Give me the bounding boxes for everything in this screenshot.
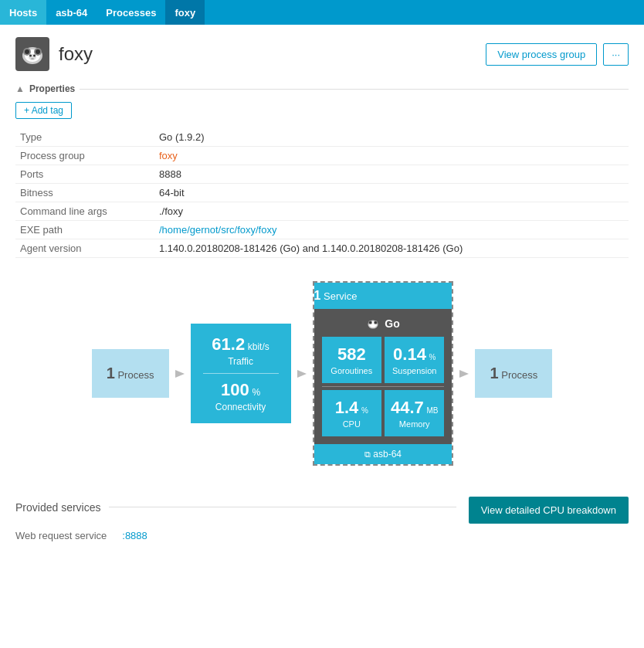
service-count: 1 bbox=[314, 289, 321, 302]
connectivity-value-row: 100 % bbox=[203, 380, 279, 400]
svg-point-9 bbox=[31, 58, 34, 59]
page-header: foxy View process group ··· bbox=[15, 37, 629, 71]
metrics-horizontal-divider bbox=[322, 386, 445, 387]
add-tag-button[interactable]: + Add tag bbox=[15, 102, 72, 119]
suspension-label: Suspension bbox=[391, 366, 438, 375]
svg-marker-11 bbox=[297, 370, 307, 378]
svg-marker-18 bbox=[459, 370, 469, 378]
left-arrow-2 bbox=[291, 363, 313, 385]
table-row: Process groupfoxy bbox=[15, 147, 629, 165]
prop-value: Go (1.9.2) bbox=[154, 128, 629, 147]
suspension-unit: % bbox=[429, 353, 436, 361]
prop-value: 8888 bbox=[154, 165, 629, 184]
service-row-value: :8888 bbox=[122, 530, 147, 541]
left-process-box: 1 Process bbox=[92, 349, 169, 398]
service-header: 1 Service bbox=[314, 283, 452, 309]
breadcrumb-foxy[interactable]: foxy bbox=[165, 0, 205, 25]
connectivity-value: 100 bbox=[221, 380, 249, 399]
cpu-breakdown-button[interactable]: View detailed CPU breakdown bbox=[469, 497, 629, 524]
host-link-icon: ⧉ bbox=[364, 450, 371, 459]
prop-value: 1.140.0.20180208-181426 (Go) and 1.140.0… bbox=[154, 239, 629, 258]
provided-services-header: Provided services bbox=[15, 501, 456, 514]
svg-point-8 bbox=[33, 55, 36, 57]
table-row: Command line args./foxy bbox=[15, 202, 629, 221]
section-header: ▲ Properties bbox=[15, 83, 629, 94]
table-row: Bitness64-bit bbox=[15, 184, 629, 202]
connectivity-unit: % bbox=[252, 387, 260, 398]
prop-label: EXE path bbox=[15, 221, 154, 239]
flow-diagram: 1 Process 61.2 kbit/s Traffic 100 % Conn… bbox=[15, 273, 629, 473]
memory-metric: 44.7 MB Memory bbox=[385, 390, 444, 436]
service-label: Service bbox=[324, 290, 357, 302]
prop-value: 64-bit bbox=[154, 184, 629, 202]
svg-point-16 bbox=[369, 321, 371, 324]
provided-services-divider bbox=[109, 507, 456, 507]
raccoon-icon bbox=[19, 40, 46, 68]
suspension-value-row: 0.14 % bbox=[391, 344, 438, 365]
cpu-metric: 1.4 % CPU bbox=[322, 390, 381, 436]
connectivity-label: Connectivity bbox=[203, 402, 279, 412]
go-label: Go bbox=[385, 317, 399, 330]
goroutines-metric: 582 Goroutines bbox=[322, 337, 381, 383]
process-icon bbox=[15, 37, 49, 71]
go-raccoon-icon bbox=[366, 317, 380, 331]
table-row: Agent version1.140.0.20180208-181426 (Go… bbox=[15, 239, 629, 258]
goroutines-label: Goroutines bbox=[328, 366, 375, 375]
prop-value: ./foxy bbox=[154, 202, 629, 221]
breadcrumb-asb64[interactable]: asb-64 bbox=[46, 0, 97, 25]
svg-point-5 bbox=[36, 49, 40, 54]
service-row: Web request service :8888 bbox=[15, 530, 629, 541]
properties-table: TypeGo (1.9.2)Process groupfoxyPorts8888… bbox=[15, 128, 629, 258]
host-box[interactable]: ⧉ asb-64 bbox=[314, 444, 452, 464]
prop-label: Type bbox=[15, 128, 154, 147]
svg-marker-10 bbox=[175, 370, 185, 378]
go-header: Go bbox=[322, 317, 445, 331]
prop-label: Command line args bbox=[15, 202, 154, 221]
right-process-box: 1 Process bbox=[475, 349, 552, 398]
more-options-button[interactable]: ··· bbox=[603, 43, 629, 66]
goroutines-value-row: 582 bbox=[328, 344, 375, 365]
right-process-label: Process bbox=[501, 369, 537, 381]
traffic-label: Traffic bbox=[203, 356, 279, 367]
left-process-label: Process bbox=[117, 369, 154, 381]
prop-label: Ports bbox=[15, 165, 154, 184]
cpu-label: CPU bbox=[328, 419, 375, 429]
view-process-group-button[interactable]: View process group bbox=[486, 43, 597, 66]
right-arrow-1 bbox=[453, 363, 475, 385]
service-outer-container: 1 Service Go bbox=[313, 281, 454, 466]
breadcrumb-processes[interactable]: Processes bbox=[97, 0, 165, 25]
breadcrumb-hosts[interactable]: Hosts bbox=[0, 0, 46, 25]
table-row: TypeGo (1.9.2) bbox=[15, 128, 629, 147]
cpu-value: 1.4 bbox=[335, 398, 359, 417]
svg-point-4 bbox=[25, 49, 29, 54]
prop-label: Agent version bbox=[15, 239, 154, 258]
cpu-value-row: 1.4 % bbox=[328, 398, 375, 418]
breadcrumb: Hosts asb-64 Processes foxy bbox=[0, 0, 644, 25]
provided-services-title: Provided services bbox=[15, 501, 101, 514]
prop-value[interactable]: foxy bbox=[154, 147, 629, 165]
section-divider bbox=[80, 89, 629, 90]
traffic-box: 61.2 kbit/s Traffic 100 % Connectivity bbox=[191, 324, 291, 423]
bottom-section: Provided services View detailed CPU brea… bbox=[15, 497, 629, 541]
cpu-unit: % bbox=[361, 406, 368, 415]
traffic-divider bbox=[203, 373, 279, 374]
goroutines-value: 582 bbox=[337, 344, 366, 364]
go-container: Go 582 Goroutines 0.14 % bbox=[314, 309, 452, 444]
prop-value[interactable]: /home/gernot/src/foxy/foxy bbox=[154, 221, 629, 239]
traffic-value: 61.2 bbox=[212, 334, 245, 354]
traffic-unit: kbit/s bbox=[248, 341, 269, 352]
svg-point-17 bbox=[375, 321, 377, 324]
suspension-value: 0.14 bbox=[393, 344, 426, 364]
main-content: foxy View process group ··· ▲ Properties… bbox=[0, 25, 644, 554]
left-process-count: 1 bbox=[107, 365, 115, 382]
properties-section: ▲ Properties + Add tag TypeGo (1.9.2)Pro… bbox=[15, 83, 629, 258]
traffic-value-row: 61.2 kbit/s bbox=[203, 334, 279, 355]
right-process-count: 1 bbox=[490, 365, 499, 382]
service-row-label: Web request service bbox=[15, 530, 107, 541]
page-title: foxy bbox=[59, 43, 93, 65]
host-label: asb-64 bbox=[373, 449, 402, 460]
memory-unit: MB bbox=[426, 406, 438, 415]
svg-point-7 bbox=[29, 55, 32, 57]
memory-value-row: 44.7 MB bbox=[391, 398, 438, 418]
header-buttons: View process group ··· bbox=[486, 43, 629, 66]
